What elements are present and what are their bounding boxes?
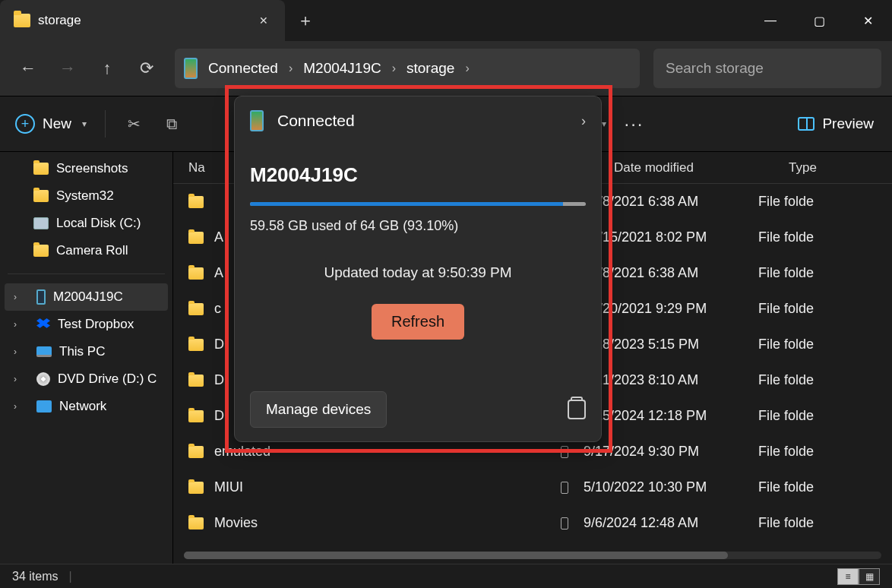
file-type: File folde	[758, 372, 892, 388]
sidebar-item[interactable]: Local Disk (C:)	[0, 210, 172, 237]
chevron-right-icon[interactable]: ›	[14, 292, 24, 302]
file-name: MIUI	[214, 479, 243, 495]
date-modified: 6/18/2023 5:15 PM	[584, 337, 758, 352]
chevron-right-icon[interactable]: ›	[14, 346, 24, 357]
col-date[interactable]: Date modified	[614, 160, 789, 175]
date-modified: 9/6/2024 12:48 AM	[584, 515, 758, 531]
popover-header[interactable]: Connected ›	[250, 110, 586, 131]
file-name: A	[214, 265, 223, 281]
manage-devices-button[interactable]: Manage devices	[250, 391, 387, 428]
chevron-right-icon[interactable]: ›	[581, 113, 586, 129]
preview-icon	[798, 117, 815, 131]
device-icon	[250, 110, 264, 131]
sidebar-item-label: DVD Drive (D:) C	[58, 371, 157, 387]
folder-icon	[188, 517, 204, 530]
trash-icon[interactable]	[568, 400, 586, 419]
file-name: Movies	[214, 515, 258, 531]
sidebar-item-label: System32	[56, 188, 114, 204]
details-view-button[interactable]: ≡	[837, 568, 859, 585]
chevron-right-icon[interactable]: ›	[14, 374, 24, 384]
maximize-button[interactable]: ▢	[795, 0, 843, 41]
folder-icon	[188, 196, 204, 208]
chevron-down-icon: ▾	[602, 119, 606, 129]
sidebar-item-label: Network	[59, 399, 106, 414]
date-modified: 9/15/2024 12:18 PM	[584, 408, 758, 424]
breadcrumb[interactable]: Connected › M2004J19C › storage ›	[175, 49, 640, 88]
tab-storage[interactable]: storage ✕	[0, 0, 285, 41]
folder-icon	[188, 375, 204, 387]
file-type: File folde	[758, 515, 892, 531]
sidebar-item[interactable]: Screenshots	[0, 155, 172, 182]
date-modified: 11/8/2021 6:38 AM	[584, 194, 758, 210]
view-toggles: ≡ ▦	[837, 568, 880, 585]
chevron-right-icon: ›	[286, 62, 296, 75]
minimize-button[interactable]: ―	[746, 0, 795, 41]
close-window-button[interactable]: ✕	[843, 0, 892, 41]
folder-icon	[33, 245, 49, 257]
sidebar-item[interactable]: ›This PC	[0, 338, 172, 365]
date-modified: 12/20/2021 9:29 PM	[584, 301, 758, 317]
sidebar-item[interactable]: Camera Roll	[0, 237, 172, 264]
sidebar-item[interactable]: System32	[0, 182, 172, 210]
copy-icon[interactable]: ⧉	[162, 114, 182, 134]
folder-icon	[188, 446, 204, 458]
sidebar-item-label: Camera Roll	[56, 243, 128, 258]
statusbar: 34 items | ≡ ▦	[0, 564, 892, 588]
device-name: M2004J19C	[250, 163, 586, 187]
file-name: c	[214, 301, 221, 317]
tab-title: storage	[38, 13, 247, 28]
table-row[interactable]: MIUI5/10/2022 10:30 PMFile folde	[173, 469, 892, 505]
sidebar-item-label: Test Dropbox	[58, 317, 134, 332]
horizontal-scrollbar[interactable]	[184, 552, 881, 559]
forward-button[interactable]: →	[50, 51, 85, 86]
cut-icon[interactable]: ✂	[124, 114, 144, 134]
date-modified: 5/10/2022 10:30 PM	[584, 479, 758, 495]
sidebar-item[interactable]: ›Test Dropbox	[0, 311, 172, 338]
refresh-nav-button[interactable]: ⟳	[129, 51, 164, 86]
file-type: File folde	[758, 408, 892, 424]
disk-icon	[33, 217, 49, 229]
chevron-down-icon: ▾	[82, 119, 87, 129]
item-count: 34 items	[12, 570, 58, 583]
sidebar-item[interactable]: ›M2004J19C	[5, 283, 168, 311]
chevron-right-icon: ›	[389, 62, 399, 75]
search-input[interactable]: Search storage	[653, 49, 881, 88]
file-type: File folde	[758, 194, 892, 210]
folder-icon	[33, 163, 49, 175]
folder-icon	[14, 14, 30, 27]
back-button[interactable]: ←	[11, 51, 46, 86]
device-popover: Connected › M2004J19C 59.58 GB used of 6…	[234, 96, 602, 442]
file-name: A	[214, 229, 223, 245]
close-tab-icon[interactable]: ✕	[255, 11, 273, 30]
sidebar-item-label: Screenshots	[56, 161, 128, 176]
sidebar-item[interactable]: ›Network	[0, 393, 172, 420]
monitor-icon	[36, 346, 52, 357]
date-modified: 8/11/2023 8:10 AM	[584, 372, 758, 388]
file-name: D	[214, 408, 224, 424]
preview-toggle[interactable]: Preview	[798, 115, 874, 132]
crumb-2[interactable]: storage	[400, 57, 460, 80]
crumb-1[interactable]: M2004J19C	[297, 57, 387, 80]
storage-fill	[250, 202, 563, 206]
table-row[interactable]: Movies9/6/2024 12:48 AMFile folde	[173, 505, 892, 541]
updated-text: Updated today at 9:50:39 PM	[250, 264, 586, 281]
col-type[interactable]: Type	[789, 160, 892, 175]
chevron-right-icon: ›	[462, 62, 472, 75]
plus-circle-icon: +	[15, 114, 35, 134]
new-button[interactable]: + New ▾	[15, 114, 87, 134]
thumbnails-view-button[interactable]: ▦	[859, 568, 880, 585]
crumb-0[interactable]: Connected	[202, 57, 284, 80]
scrollbar-thumb[interactable]	[184, 552, 728, 559]
more-menu[interactable]: ···	[625, 113, 644, 134]
folder-icon	[33, 190, 49, 202]
folder-icon	[188, 339, 204, 351]
dvd-icon	[36, 372, 50, 386]
new-tab-button[interactable]: ＋	[285, 0, 326, 41]
up-button[interactable]: ↑	[90, 51, 125, 86]
chevron-right-icon[interactable]: ›	[14, 319, 24, 330]
refresh-button[interactable]: Refresh	[372, 304, 464, 340]
sidebar-item[interactable]: ›DVD Drive (D:) C	[0, 365, 172, 393]
file-name: D	[214, 372, 224, 388]
chevron-right-icon[interactable]: ›	[14, 401, 24, 412]
file-type: File folde	[758, 479, 892, 495]
